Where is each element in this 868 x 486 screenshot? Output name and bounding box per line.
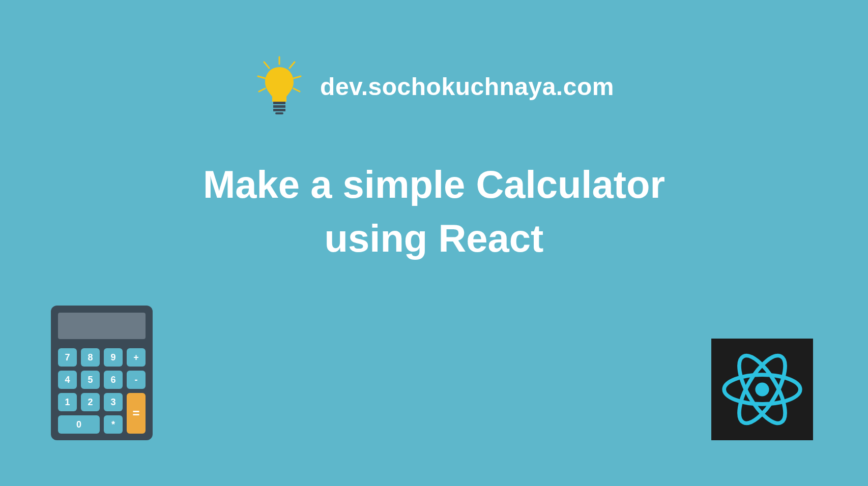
title-line-2: using React [0, 211, 868, 265]
calc-btn-minus: - [127, 371, 146, 389]
svg-line-3 [258, 76, 265, 78]
calc-btn-7: 7 [58, 348, 77, 367]
svg-point-14 [755, 382, 769, 396]
calculator-screen [58, 313, 146, 339]
calc-btn-8: 8 [81, 348, 100, 367]
calculator-icon: 7 8 9 + 4 5 6 - 1 2 3 = 0 * [51, 306, 153, 440]
calc-btn-1: 1 [58, 393, 77, 411]
react-logo-box [711, 339, 813, 440]
site-name: dev.sochokuchnaya.com [320, 73, 614, 101]
react-logo-icon [719, 346, 805, 433]
svg-line-4 [294, 76, 301, 78]
lightbulb-icon [254, 56, 305, 117]
calc-btn-plus: + [127, 348, 146, 367]
svg-line-2 [290, 62, 295, 68]
calc-btn-5: 5 [81, 371, 100, 389]
svg-line-1 [264, 62, 269, 68]
svg-rect-8 [273, 105, 285, 108]
calc-btn-3: 3 [104, 393, 123, 411]
calc-btn-0: 0 [58, 415, 100, 434]
svg-rect-9 [273, 109, 285, 111]
svg-rect-10 [275, 112, 283, 114]
page-title: Make a simple Calculator using React [0, 158, 868, 266]
title-line-1: Make a simple Calculator [0, 158, 868, 211]
calculator-buttons: 7 8 9 + 4 5 6 - 1 2 3 = 0 * [58, 348, 146, 434]
calc-btn-9: 9 [104, 348, 123, 367]
header-row: dev.sochokuchnaya.com [0, 56, 868, 117]
calc-btn-6: 6 [104, 371, 123, 389]
svg-rect-7 [273, 102, 285, 104]
svg-line-6 [294, 88, 300, 92]
calc-btn-equals: = [127, 393, 146, 434]
calc-btn-multiply: * [104, 415, 123, 434]
calc-btn-2: 2 [81, 393, 100, 411]
svg-line-5 [259, 88, 265, 92]
calc-btn-4: 4 [58, 371, 77, 389]
